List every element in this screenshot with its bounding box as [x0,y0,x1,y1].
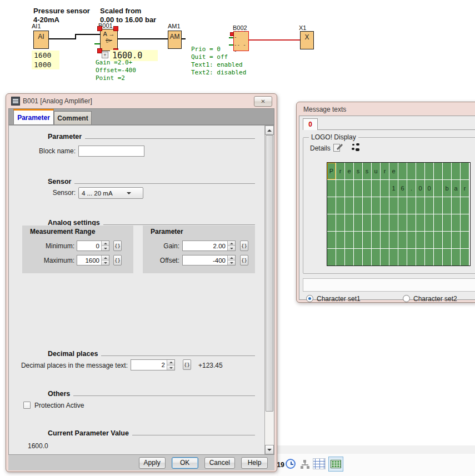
display-cell[interactable] [363,249,371,265]
display-cell[interactable] [381,232,389,248]
minimum-spinner[interactable] [101,241,109,250]
display-cell[interactable] [363,197,371,214]
display-cell[interactable] [363,180,371,197]
display-cell[interactable]: s [363,163,371,179]
display-cell[interactable] [354,249,362,265]
expand-parameters-button[interactable]: + [102,52,108,58]
display-cell[interactable] [398,197,407,214]
character-set2-radio[interactable] [403,295,410,302]
maximum-reference-button[interactable]: {} [113,255,122,265]
help-button[interactable]: Help [241,457,268,469]
display-cell[interactable] [345,249,353,265]
display-cell[interactable] [416,232,424,248]
offset-reference-button[interactable]: {} [240,255,248,265]
message-display-icon[interactable] [328,457,343,472]
block-x1[interactable]: X [300,31,314,49]
special-characters-icon[interactable] [351,143,360,152]
display-cell[interactable] [345,197,353,214]
character-set1-radio[interactable] [306,295,313,302]
display-cell[interactable] [372,197,380,214]
display-cell[interactable] [443,163,451,179]
display-cell[interactable] [461,214,469,231]
display-cell[interactable] [327,232,336,248]
display-cell[interactable] [407,249,416,265]
display-cell[interactable] [407,232,416,248]
display-cell[interactable] [416,214,424,231]
selection-handle[interactable] [113,26,118,31]
gain-input[interactable] [183,241,227,250]
display-cell[interactable] [354,197,362,214]
protection-active-checkbox[interactable] [23,402,31,409]
display-cell[interactable] [381,249,389,265]
display-cell[interactable] [354,232,362,248]
display-cell[interactable] [416,197,424,214]
display-cell[interactable]: 6 [398,180,407,197]
display-cell[interactable]: s [354,163,362,179]
display-cell[interactable]: 0 [425,180,433,197]
display-cell[interactable] [354,214,362,231]
display-cell[interactable] [407,197,416,214]
display-cell[interactable] [381,180,389,197]
display-cell[interactable] [416,249,424,265]
block-am1[interactable]: AM [168,31,182,49]
display-cell[interactable] [461,197,469,214]
display-cell[interactable] [434,232,442,248]
display-cell[interactable]: . [407,180,416,197]
gain-reference-button[interactable]: {} [240,240,248,251]
display-cell[interactable]: P [327,163,336,179]
display-cell[interactable] [381,197,389,214]
display-cell[interactable] [443,214,451,231]
display-cell[interactable] [425,163,433,179]
display-cell[interactable] [363,232,371,248]
decimal-spinner[interactable] [167,360,174,370]
selection-handle[interactable] [97,26,102,31]
scroll-down-button[interactable] [265,445,274,454]
block-b002[interactable]: -- -- -- -- [233,31,249,51]
tab-comment[interactable]: Comment [54,111,92,124]
display-cell[interactable] [461,232,469,248]
display-cell[interactable] [398,249,407,265]
display-cell[interactable] [425,232,433,248]
display-cell[interactable]: r [461,180,469,197]
display-cell[interactable] [461,249,469,265]
display-cell[interactable] [425,197,433,214]
block-name-input[interactable] [79,146,144,156]
close-button[interactable]: ✕ [254,96,272,107]
display-cell[interactable] [434,180,442,197]
display-cell[interactable] [372,249,380,265]
display-cell[interactable] [381,214,389,231]
sensor-dropdown[interactable]: 4 ... 20 mA [78,187,143,199]
display-cell[interactable] [452,197,460,214]
display-cell[interactable] [345,180,353,197]
display-cell[interactable]: b [443,180,451,197]
minimum-reference-button[interactable]: {} [113,240,122,251]
display-cell[interactable] [336,232,344,248]
display-cell[interactable]: a [452,180,460,197]
display-cell[interactable] [389,214,398,231]
display-cell[interactable] [354,180,362,197]
display-cell[interactable] [416,163,424,179]
display-cell[interactable]: e [345,163,353,179]
display-cell[interactable] [443,197,451,214]
apply-button[interactable]: Apply [139,457,166,469]
scroll-up-button[interactable] [265,126,274,135]
ok-button[interactable]: OK [172,457,198,469]
display-cell[interactable] [452,163,460,179]
display-cell[interactable]: r [381,163,389,179]
edit-message-icon[interactable] [333,143,343,152]
display-cell[interactable] [434,197,442,214]
wire-am1-output[interactable] [181,38,186,39]
display-cell[interactable] [443,232,451,248]
display-cell[interactable]: 0 [416,180,424,197]
display-cell[interactable] [372,232,380,248]
tab-parameter[interactable]: Parameter [13,109,54,124]
display-cell[interactable] [425,214,433,231]
display-cell[interactable] [389,232,398,248]
display-cell[interactable] [407,214,416,231]
display-cell[interactable] [425,249,433,265]
gain-spinner[interactable] [227,241,235,250]
display-cell[interactable] [336,197,344,214]
display-cell[interactable]: r [336,163,344,179]
display-cell[interactable] [336,249,344,265]
cancel-button[interactable]: Cancel [204,457,235,469]
